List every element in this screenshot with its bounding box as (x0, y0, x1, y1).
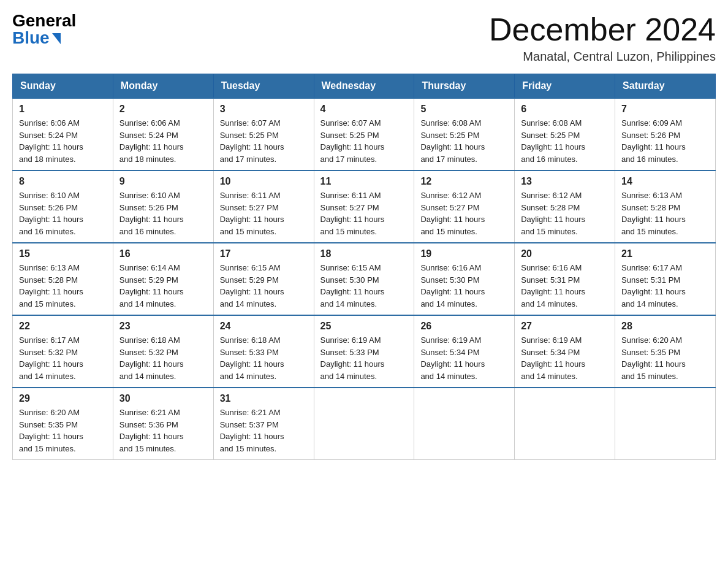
day-number: 17 (220, 248, 308, 259)
day-info: Sunrise: 6:06 AM Sunset: 5:24 PM Dayligh… (119, 118, 184, 164)
col-friday: Friday (515, 74, 615, 99)
day-number: 8 (19, 176, 107, 187)
table-row: 6 Sunrise: 6:08 AM Sunset: 5:25 PM Dayli… (515, 98, 615, 170)
day-number: 19 (420, 248, 508, 259)
day-info: Sunrise: 6:13 AM Sunset: 5:28 PM Dayligh… (621, 191, 686, 236)
col-monday: Monday (113, 74, 213, 99)
day-number: 4 (320, 104, 408, 115)
day-number: 14 (621, 176, 709, 187)
day-info: Sunrise: 6:21 AM Sunset: 5:37 PM Dayligh… (220, 408, 284, 453)
table-row: 21 Sunrise: 6:17 AM Sunset: 5:31 PM Dayl… (615, 243, 716, 315)
day-info: Sunrise: 6:19 AM Sunset: 5:34 PM Dayligh… (420, 335, 485, 381)
table-row (414, 388, 515, 460)
day-number: 16 (119, 248, 207, 259)
logo-blue: Blue (12, 29, 50, 47)
day-number: 15 (19, 248, 107, 259)
col-wednesday: Wednesday (314, 74, 414, 99)
table-row: 9 Sunrise: 6:10 AM Sunset: 5:26 PM Dayli… (113, 170, 213, 243)
col-thursday: Thursday (414, 74, 515, 99)
month-title: December 2024 (489, 12, 716, 47)
day-info: Sunrise: 6:20 AM Sunset: 5:35 PM Dayligh… (621, 335, 686, 381)
day-info: Sunrise: 6:12 AM Sunset: 5:28 PM Dayligh… (521, 191, 585, 236)
calendar-week-row: 22 Sunrise: 6:17 AM Sunset: 5:32 PM Dayl… (13, 315, 716, 388)
day-number: 30 (119, 393, 207, 404)
day-info: Sunrise: 6:15 AM Sunset: 5:29 PM Dayligh… (220, 263, 284, 308)
page-header: General Blue December 2024 Manatal, Cent… (12, 12, 716, 64)
day-info: Sunrise: 6:18 AM Sunset: 5:33 PM Dayligh… (220, 335, 284, 381)
table-row: 14 Sunrise: 6:13 AM Sunset: 5:28 PM Dayl… (615, 170, 716, 243)
table-row: 31 Sunrise: 6:21 AM Sunset: 5:37 PM Dayl… (213, 388, 314, 460)
table-row: 27 Sunrise: 6:19 AM Sunset: 5:34 PM Dayl… (515, 315, 615, 388)
day-info: Sunrise: 6:10 AM Sunset: 5:26 PM Dayligh… (119, 191, 184, 236)
day-number: 6 (521, 104, 609, 115)
day-info: Sunrise: 6:08 AM Sunset: 5:25 PM Dayligh… (420, 118, 485, 164)
calendar-week-row: 8 Sunrise: 6:10 AM Sunset: 5:26 PM Dayli… (13, 170, 716, 243)
day-info: Sunrise: 6:08 AM Sunset: 5:25 PM Dayligh… (521, 118, 585, 164)
table-row: 13 Sunrise: 6:12 AM Sunset: 5:28 PM Dayl… (515, 170, 615, 243)
day-number: 5 (420, 104, 508, 115)
day-number: 11 (320, 176, 408, 187)
table-row: 23 Sunrise: 6:18 AM Sunset: 5:32 PM Dayl… (113, 315, 213, 388)
col-sunday: Sunday (13, 74, 113, 99)
day-number: 24 (220, 321, 308, 332)
title-section: December 2024 Manatal, Central Luzon, Ph… (489, 12, 716, 64)
day-number: 31 (220, 393, 308, 404)
day-number: 21 (621, 248, 709, 259)
table-row: 2 Sunrise: 6:06 AM Sunset: 5:24 PM Dayli… (113, 98, 213, 170)
table-row: 16 Sunrise: 6:14 AM Sunset: 5:29 PM Dayl… (113, 243, 213, 315)
logo-general: General (12, 12, 76, 29)
day-info: Sunrise: 6:06 AM Sunset: 5:24 PM Dayligh… (19, 118, 83, 164)
day-number: 26 (420, 321, 508, 332)
table-row: 29 Sunrise: 6:20 AM Sunset: 5:35 PM Dayl… (13, 388, 113, 460)
day-number: 18 (320, 248, 408, 259)
day-info: Sunrise: 6:14 AM Sunset: 5:29 PM Dayligh… (119, 263, 184, 308)
day-info: Sunrise: 6:11 AM Sunset: 5:27 PM Dayligh… (320, 191, 385, 236)
day-number: 12 (420, 176, 508, 187)
day-info: Sunrise: 6:18 AM Sunset: 5:32 PM Dayligh… (119, 335, 184, 381)
day-info: Sunrise: 6:12 AM Sunset: 5:27 PM Dayligh… (420, 191, 485, 236)
day-number: 3 (220, 104, 308, 115)
table-row: 15 Sunrise: 6:13 AM Sunset: 5:28 PM Dayl… (13, 243, 113, 315)
table-row: 10 Sunrise: 6:11 AM Sunset: 5:27 PM Dayl… (213, 170, 314, 243)
table-row: 26 Sunrise: 6:19 AM Sunset: 5:34 PM Dayl… (414, 315, 515, 388)
table-row: 8 Sunrise: 6:10 AM Sunset: 5:26 PM Dayli… (13, 170, 113, 243)
logo-arrow-icon (52, 33, 61, 44)
day-number: 20 (521, 248, 609, 259)
table-row: 5 Sunrise: 6:08 AM Sunset: 5:25 PM Dayli… (414, 98, 515, 170)
day-number: 28 (621, 321, 709, 332)
day-info: Sunrise: 6:19 AM Sunset: 5:34 PM Dayligh… (521, 335, 585, 381)
col-saturday: Saturday (615, 74, 716, 99)
calendar-header-row: Sunday Monday Tuesday Wednesday Thursday… (13, 74, 716, 99)
day-number: 29 (19, 393, 107, 404)
day-number: 13 (521, 176, 609, 187)
col-tuesday: Tuesday (213, 74, 314, 99)
table-row: 1 Sunrise: 6:06 AM Sunset: 5:24 PM Dayli… (13, 98, 113, 170)
day-info: Sunrise: 6:13 AM Sunset: 5:28 PM Dayligh… (19, 263, 83, 308)
day-number: 25 (320, 321, 408, 332)
day-info: Sunrise: 6:16 AM Sunset: 5:30 PM Dayligh… (420, 263, 485, 308)
day-info: Sunrise: 6:17 AM Sunset: 5:31 PM Dayligh… (621, 263, 686, 308)
day-info: Sunrise: 6:15 AM Sunset: 5:30 PM Dayligh… (320, 263, 385, 308)
table-row: 3 Sunrise: 6:07 AM Sunset: 5:25 PM Dayli… (213, 98, 314, 170)
logo: General Blue (12, 12, 76, 47)
day-info: Sunrise: 6:11 AM Sunset: 5:27 PM Dayligh… (220, 191, 284, 236)
table-row (515, 388, 615, 460)
table-row: 11 Sunrise: 6:11 AM Sunset: 5:27 PM Dayl… (314, 170, 414, 243)
day-info: Sunrise: 6:10 AM Sunset: 5:26 PM Dayligh… (19, 191, 83, 236)
day-number: 7 (621, 104, 709, 115)
calendar-week-row: 29 Sunrise: 6:20 AM Sunset: 5:35 PM Dayl… (13, 388, 716, 460)
day-info: Sunrise: 6:19 AM Sunset: 5:33 PM Dayligh… (320, 335, 385, 381)
table-row: 18 Sunrise: 6:15 AM Sunset: 5:30 PM Dayl… (314, 243, 414, 315)
day-number: 9 (119, 176, 207, 187)
calendar-table: Sunday Monday Tuesday Wednesday Thursday… (12, 74, 716, 460)
location: Manatal, Central Luzon, Philippines (489, 50, 716, 64)
table-row: 19 Sunrise: 6:16 AM Sunset: 5:30 PM Dayl… (414, 243, 515, 315)
table-row: 30 Sunrise: 6:21 AM Sunset: 5:36 PM Dayl… (113, 388, 213, 460)
table-row: 17 Sunrise: 6:15 AM Sunset: 5:29 PM Dayl… (213, 243, 314, 315)
table-row: 28 Sunrise: 6:20 AM Sunset: 5:35 PM Dayl… (615, 315, 716, 388)
calendar-week-row: 1 Sunrise: 6:06 AM Sunset: 5:24 PM Dayli… (13, 98, 716, 170)
day-info: Sunrise: 6:09 AM Sunset: 5:26 PM Dayligh… (621, 118, 686, 164)
day-number: 27 (521, 321, 609, 332)
day-number: 2 (119, 104, 207, 115)
day-info: Sunrise: 6:16 AM Sunset: 5:31 PM Dayligh… (521, 263, 585, 308)
